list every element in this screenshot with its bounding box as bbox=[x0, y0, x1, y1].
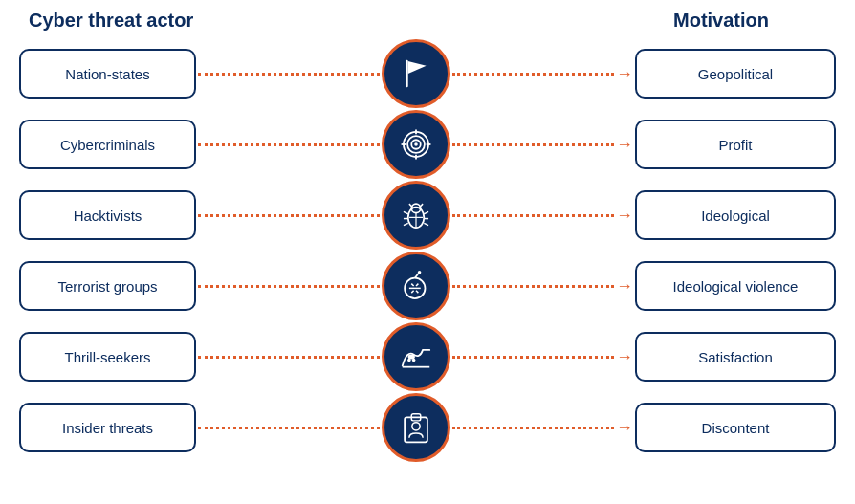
actor-box: Insider threats bbox=[19, 403, 196, 452]
dotted-line-right: → bbox=[452, 136, 634, 153]
dotted-line-right: → bbox=[452, 277, 634, 295]
svg-point-23 bbox=[417, 271, 421, 274]
svg-point-4 bbox=[414, 142, 418, 146]
arrow-head: → bbox=[616, 348, 633, 365]
svg-line-25 bbox=[416, 284, 418, 286]
svg-line-24 bbox=[411, 284, 413, 286]
motivation-box: Satisfaction bbox=[635, 332, 836, 382]
svg-rect-0 bbox=[406, 60, 407, 88]
dotted-line-segment bbox=[452, 285, 615, 288]
actor-box: Cybercriminals bbox=[19, 120, 196, 169]
dotted-line-right: → bbox=[452, 65, 634, 82]
threat-row: Insider threats → Discontent bbox=[19, 395, 836, 460]
threat-row: Thrill-seekers → Satisfaction bbox=[19, 324, 836, 389]
threat-row: Hacktivists → Ideological bbox=[19, 183, 836, 248]
dotted-line-right: → bbox=[452, 419, 634, 436]
motivation-box: Profit bbox=[635, 120, 836, 169]
svg-point-31 bbox=[411, 359, 415, 362]
threat-row: Nation-states → Geopolitical bbox=[19, 41, 836, 106]
icon-circle-target bbox=[382, 110, 450, 179]
dotted-line-left bbox=[198, 214, 380, 217]
svg-line-26 bbox=[411, 291, 413, 293]
actor-box: Thrill-seekers bbox=[19, 332, 196, 382]
svg-point-30 bbox=[407, 359, 411, 362]
dotted-line-left bbox=[198, 143, 380, 146]
dotted-line-left bbox=[198, 356, 380, 359]
motivation-box: Ideological bbox=[635, 190, 836, 240]
icon-circle-rollercoaster bbox=[382, 322, 450, 391]
arrow-head: → bbox=[616, 277, 633, 295]
svg-point-35 bbox=[411, 423, 419, 430]
dotted-line-left bbox=[198, 285, 380, 288]
threat-row: Terrorist groups → Ideological violence bbox=[19, 253, 836, 318]
icon-circle-badge bbox=[382, 393, 450, 462]
dotted-line-segment bbox=[452, 427, 615, 429]
icon-circle-bomb bbox=[382, 252, 450, 320]
dotted-line-segment bbox=[452, 143, 615, 146]
arrow-head: → bbox=[616, 65, 633, 82]
actor-box: Nation-states bbox=[19, 49, 196, 99]
header-left: Cyber threat actor bbox=[29, 10, 193, 32]
actor-box: Terrorist groups bbox=[19, 261, 196, 311]
svg-line-18 bbox=[424, 223, 428, 225]
svg-line-17 bbox=[403, 223, 407, 225]
dotted-line-segment bbox=[452, 73, 615, 76]
svg-line-13 bbox=[403, 211, 407, 213]
dotted-line-left bbox=[198, 427, 380, 429]
threat-row: Cybercriminals → Profit bbox=[19, 112, 836, 177]
dotted-line-segment bbox=[452, 356, 615, 359]
dotted-line-right: → bbox=[452, 207, 634, 224]
dotted-line-segment bbox=[452, 214, 615, 217]
rows-container: Nation-states → Geopolitical Cybercrimin… bbox=[19, 41, 836, 460]
motivation-box: Discontent bbox=[635, 403, 836, 452]
icon-circle-bug bbox=[382, 181, 450, 250]
actor-box: Hacktivists bbox=[19, 190, 196, 240]
icon-circle-flag bbox=[382, 39, 450, 108]
dotted-line-left bbox=[198, 73, 380, 76]
arrow-head: → bbox=[616, 136, 633, 153]
svg-line-14 bbox=[424, 211, 428, 213]
header-right: Motivation bbox=[616, 10, 826, 32]
arrow-head: → bbox=[616, 419, 633, 436]
arrow-head: → bbox=[616, 207, 633, 224]
motivation-box: Ideological violence bbox=[635, 261, 836, 311]
svg-line-27 bbox=[416, 291, 418, 293]
motivation-box: Geopolitical bbox=[635, 49, 836, 99]
dotted-line-right: → bbox=[452, 348, 634, 365]
svg-rect-29 bbox=[407, 355, 414, 360]
